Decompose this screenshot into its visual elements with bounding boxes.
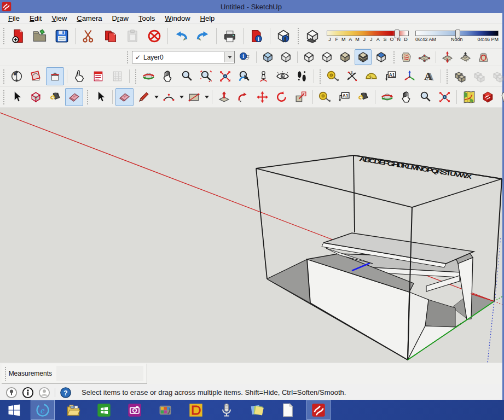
back-edges-button[interactable] xyxy=(277,49,294,65)
dimension-button[interactable]: 3 xyxy=(343,67,361,85)
from-contours-button[interactable] xyxy=(398,49,415,65)
sign-in-icon[interactable] xyxy=(38,387,50,399)
copy-button[interactable] xyxy=(100,26,121,46)
menu-tools[interactable]: Tools xyxy=(134,14,160,23)
cut-button[interactable] xyxy=(78,26,99,46)
layer-dropdown[interactable]: ✓Layer0 xyxy=(132,51,235,63)
credit-info-icon[interactable] xyxy=(22,387,34,399)
movie-maker-button[interactable] xyxy=(153,400,177,420)
select-button[interactable] xyxy=(8,88,26,106)
wireframe-button[interactable] xyxy=(300,49,317,65)
arc-tool-caret[interactable] xyxy=(178,87,184,107)
measurements-value-field[interactable] xyxy=(56,366,143,381)
zoom-button-2[interactable] xyxy=(416,88,435,106)
titlebar[interactable]: Untitled - SketchUp xyxy=(0,0,502,13)
drawing-area[interactable]: ABCDEFGHIJKLMNOPQRSTUVWX xyxy=(0,108,502,363)
notepad-button[interactable] xyxy=(276,400,300,420)
display-section-cuts-button[interactable] xyxy=(46,67,64,85)
entity-info-button[interactable]: i xyxy=(273,26,294,46)
sound-recorder-button[interactable] xyxy=(215,400,239,420)
orbit-button[interactable] xyxy=(140,67,158,85)
interact-button[interactable] xyxy=(70,67,88,85)
add-location-button-2[interactable] xyxy=(460,88,478,106)
hidden-line-button[interactable] xyxy=(318,49,335,65)
geolocation-icon[interactable] xyxy=(5,387,18,399)
menu-draw[interactable]: Draw xyxy=(107,14,134,23)
follow-me-button[interactable] xyxy=(234,88,252,106)
redo-button[interactable] xyxy=(193,26,213,46)
model-info-button[interactable]: i xyxy=(246,26,267,46)
camera-app-button[interactable] xyxy=(123,400,147,420)
open-button[interactable] xyxy=(30,26,50,46)
start-button[interactable] xyxy=(2,400,26,420)
drape-button[interactable] xyxy=(475,49,492,65)
smoove-button[interactable] xyxy=(439,49,456,65)
3d-text-button[interactable]: AA xyxy=(420,67,438,85)
component-options-button[interactable] xyxy=(89,67,107,85)
tape-measure-button[interactable] xyxy=(324,67,342,85)
section-plane-button[interactable]: C xyxy=(8,67,26,85)
tape-measure-button-2[interactable] xyxy=(316,88,334,106)
orange-d-app-button[interactable] xyxy=(184,400,208,420)
text-button-2[interactable]: A1 xyxy=(335,88,353,106)
erase-delete-button[interactable] xyxy=(144,26,165,46)
print-button[interactable] xyxy=(219,26,240,46)
shaded-button[interactable] xyxy=(337,49,354,65)
menu-view[interactable]: View xyxy=(47,14,72,23)
xray-button[interactable] xyxy=(259,49,276,65)
toolbar-drag-handle[interactable] xyxy=(446,69,449,84)
scale-button[interactable] xyxy=(292,88,310,106)
toolbar-drag-handle[interactable] xyxy=(3,27,5,45)
union-button[interactable] xyxy=(489,67,504,85)
stamp-button[interactable] xyxy=(457,49,474,65)
shaded-with-textures-button[interactable] xyxy=(355,49,372,65)
measurements-drag-handle[interactable] xyxy=(4,366,6,381)
outer-shell-button[interactable] xyxy=(451,67,469,85)
paste-button[interactable] xyxy=(122,26,143,46)
paint-bucket-button-2[interactable] xyxy=(354,88,372,106)
undo-button[interactable] xyxy=(171,26,192,46)
sticky-notes-button[interactable] xyxy=(245,400,269,420)
toolbar-drag-handle[interactable] xyxy=(86,90,89,105)
axes-button[interactable] xyxy=(401,67,419,85)
paint-bucket-button[interactable] xyxy=(46,88,64,106)
line-tool-caret[interactable] xyxy=(153,87,159,107)
toggle-shadows-button[interactable] xyxy=(302,26,323,46)
pan-button-2[interactable] xyxy=(397,88,415,106)
toolbar-drag-handle[interactable] xyxy=(3,69,5,84)
rectangle-tool-button[interactable] xyxy=(185,88,203,106)
protractor-button[interactable] xyxy=(362,67,380,85)
from-scratch-button[interactable] xyxy=(416,49,433,65)
menu-file[interactable]: File xyxy=(3,14,25,23)
make-component-button[interactable] xyxy=(27,88,45,106)
zoom-extents-button-2[interactable] xyxy=(436,88,454,106)
line-tool-button[interactable] xyxy=(135,88,153,106)
rectangle-tool-caret[interactable] xyxy=(204,87,210,107)
file-explorer-button[interactable] xyxy=(61,400,85,420)
shadow-time-slider[interactable]: 06:42 AMNoon04:46 PM xyxy=(415,31,499,42)
push-pull-button[interactable] xyxy=(215,88,233,106)
zoom-button[interactable] xyxy=(178,67,196,85)
toolbar-drag-handle[interactable] xyxy=(319,69,322,84)
eraser-button-2[interactable]: pink xyxy=(115,88,134,106)
layer-manager-button[interactable]: i xyxy=(236,49,253,65)
windows-store-button[interactable] xyxy=(92,400,116,420)
internet-explorer-button[interactable]: e xyxy=(31,400,55,420)
layer-dropdown-arrow[interactable] xyxy=(224,52,234,62)
menu-window[interactable]: Window xyxy=(160,14,195,23)
walk-button[interactable] xyxy=(293,67,311,85)
move-button[interactable] xyxy=(253,88,271,106)
shadow-month-slider[interactable]: JFMAMJJASOND xyxy=(327,31,409,42)
toolbar-drag-handle[interactable] xyxy=(393,51,396,63)
zoom-previous-button[interactable] xyxy=(235,67,253,85)
toolbar-drag-handle[interactable] xyxy=(126,51,129,63)
arc-tool-button[interactable] xyxy=(160,88,178,106)
eraser-button[interactable]: pink xyxy=(65,88,83,106)
toolbar-drag-handle[interactable] xyxy=(135,69,137,84)
sketchup-button[interactable] xyxy=(306,400,331,420)
rotate-button[interactable] xyxy=(273,88,291,106)
zoom-window-button[interactable] xyxy=(197,67,215,85)
text-button[interactable]: A1 xyxy=(381,67,399,85)
menu-edit[interactable]: Edit xyxy=(25,14,47,23)
select-button-2[interactable] xyxy=(91,88,109,106)
